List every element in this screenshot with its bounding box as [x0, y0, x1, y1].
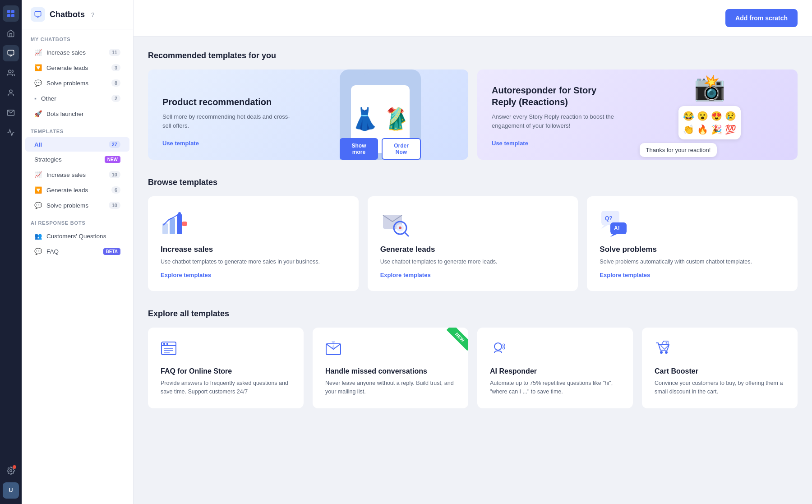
product-rec-desc: Sell more by recommending hot deals and … — [162, 112, 294, 130]
show-more-button[interactable]: Show more — [340, 138, 378, 160]
main-content: Add from scratch Recommended templates f… — [134, 0, 812, 504]
svg-point-32 — [494, 343, 502, 350]
svg-rect-9 — [35, 11, 41, 16]
svg-rect-27 — [166, 343, 168, 345]
svg-rect-3 — [11, 14, 14, 17]
sidebar-item-generate-leads-t[interactable]: 🔽 Generate leads 6 — [25, 183, 129, 197]
generate-leads-t-count: 6 — [111, 186, 120, 194]
recommended-section-title: Recommended templates for you — [148, 51, 798, 60]
avatar-icon[interactable]: U — [3, 482, 19, 499]
sidebar-item-label: Bots launcher — [46, 111, 84, 117]
sidebar-item-faq[interactable]: 💬 FAQ BETA — [25, 244, 129, 259]
svg-rect-11 — [170, 218, 175, 234]
sidebar-item-label: Customers' Questions — [46, 233, 106, 240]
autoresponder-card: Autoresponder for Story Reply (Reactions… — [477, 69, 798, 160]
product-rec-title: Product recommendation — [162, 96, 294, 108]
contacts-icon[interactable] — [3, 65, 19, 81]
cart-booster-desc: Convince your customers to buy, by offer… — [655, 379, 785, 396]
ai-responder-desc: Automate up to 75% repetitive questions … — [490, 379, 620, 396]
home-icon[interactable] — [3, 25, 19, 42]
explore-section-title: Explore all templates — [148, 309, 798, 319]
email-icon[interactable] — [3, 105, 19, 121]
explore-cart-booster-card: Cart Booster Convince your customers to … — [642, 328, 798, 409]
solve-problems-t-count: 10 — [109, 202, 120, 209]
svg-point-8 — [10, 470, 12, 472]
cart-booster-title: Cart Booster — [655, 367, 785, 375]
product-rec-use-link[interactable]: Use template — [162, 140, 199, 147]
sidebar-item-customers-questions[interactable]: 👥 Customers' Questions — [25, 229, 129, 243]
sidebar-item-increase-sales-t[interactable]: 📈 Increase sales 10 — [25, 167, 129, 182]
handle-missed-desc: Never leave anyone without a reply. Buil… — [325, 379, 456, 396]
svg-rect-0 — [7, 10, 10, 13]
settings-icon[interactable] — [3, 462, 19, 479]
solve-problems-count: 8 — [111, 79, 120, 87]
sidebar-item-all[interactable]: All 27 — [25, 137, 129, 152]
sidebar-item-label: Strategies — [34, 156, 62, 163]
generate-leads-t-icon: 🔽 — [34, 186, 42, 194]
generate-leads-icon: 🔽 — [34, 64, 42, 71]
browse-grid: Increase sales Use chatbot templates to … — [148, 196, 798, 291]
faq-icon: 💬 — [34, 248, 42, 255]
browse-generate-leads-explore[interactable]: Explore templates — [380, 272, 566, 278]
autoresponder-title: Autoresponder for Story Reply (Reactions… — [492, 84, 623, 108]
user-icon[interactable] — [3, 85, 19, 101]
sidebar-item-label: FAQ — [46, 248, 59, 255]
sidebar-item-strategies[interactable]: Strategies NEW — [25, 153, 129, 166]
analytics-icon[interactable] — [3, 125, 19, 141]
autoresponder-content: Autoresponder for Story Reply (Reactions… — [492, 84, 623, 147]
sidebar-item-increase-sales[interactable]: 📈 Increase sales 11 — [25, 45, 129, 60]
chatbots-icon[interactable] — [3, 45, 19, 61]
browse-increase-sales-title: Increase sales — [161, 245, 346, 254]
sidebar-item-label: Increase sales — [46, 171, 86, 178]
content-area: Recommended templates for you Product re… — [134, 37, 812, 423]
browse-solve-problems-desc: Solve problems automatically with custom… — [600, 258, 785, 266]
autoresponder-illustration: 📸 😂 😮 😍 😢 👏 🔥 🎉 💯 Thanks for — [622, 69, 798, 160]
sidebar-item-label: Generate leads — [46, 187, 88, 194]
browse-increase-sales-explore[interactable]: Explore templates — [161, 272, 346, 278]
product-recommendation-card: Product recommendation Sell more by reco… — [148, 69, 468, 160]
logo-icon[interactable] — [3, 5, 19, 22]
sidebar-item-other[interactable]: ▪ Other 2 — [25, 91, 129, 106]
svg-point-33 — [660, 351, 663, 354]
sidebar: Chatbots ? MY CHATBOTS 📈 Increase sales … — [22, 0, 134, 504]
browse-solve-problems-title: Solve problems — [600, 245, 785, 254]
recommended-grid: Product recommendation Sell more by reco… — [148, 69, 798, 160]
cart-booster-icon — [655, 340, 785, 360]
browse-increase-sales-desc: Use chatbot templates to generate more s… — [161, 258, 346, 266]
all-count: 27 — [109, 141, 120, 148]
browse-increase-sales-card: Increase sales Use chatbot templates to … — [148, 196, 359, 291]
sidebar-item-label: Solve problems — [46, 80, 88, 87]
svg-rect-13 — [182, 222, 187, 226]
autoresponder-desc: Answer every Story Reply reaction to boo… — [492, 112, 623, 130]
sidebar-header: Chatbots ? — [22, 0, 133, 29]
svg-point-5 — [9, 70, 11, 73]
sidebar-item-generate-leads[interactable]: 🔽 Generate leads 3 — [25, 60, 129, 75]
browse-generate-leads-title: Generate leads — [380, 245, 566, 254]
product-rec-content: Product recommendation Sell more by reco… — [162, 96, 294, 147]
other-count: 2 — [111, 95, 120, 102]
order-now-button[interactable]: Order Now — [382, 138, 421, 160]
my-chatbots-label: MY CHATBOTS — [22, 29, 133, 45]
sidebar-item-bots-launcher[interactable]: 🚀 Bots launcher — [25, 106, 129, 121]
explore-ai-responder-card: AI Responder Automate up to 75% repetiti… — [477, 328, 633, 409]
handle-missed-icon — [325, 340, 456, 360]
add-from-scratch-button[interactable]: Add from scratch — [725, 9, 798, 27]
help-button[interactable]: ? — [91, 11, 94, 18]
new-badge: NEW — [105, 156, 120, 163]
svg-point-14 — [178, 212, 181, 215]
autoresponder-use-link[interactable]: Use template — [492, 140, 528, 147]
svg-text:Q?: Q? — [605, 215, 613, 222]
sidebar-item-solve-problems[interactable]: 💬 Solve problems 8 — [25, 76, 129, 90]
explore-handle-missed-card: NEW Handle missed conversations Never le… — [313, 328, 468, 409]
beta-badge: BETA — [103, 248, 120, 255]
increase-sales-t-icon: 📈 — [34, 171, 42, 178]
app-title: Chatbots — [50, 10, 85, 19]
ai-responder-icon — [490, 340, 620, 360]
sidebar-item-solve-problems-t[interactable]: 💬 Solve problems 10 — [25, 198, 129, 213]
browse-solve-problems-explore[interactable]: Explore templates — [600, 272, 785, 278]
faq-online-icon — [161, 340, 291, 360]
solve-problems-t-icon: 💬 — [34, 202, 42, 209]
sidebar-item-label: Increase sales — [46, 49, 86, 56]
sidebar-item-label: Generate leads — [46, 65, 88, 71]
svg-rect-1 — [11, 10, 14, 13]
